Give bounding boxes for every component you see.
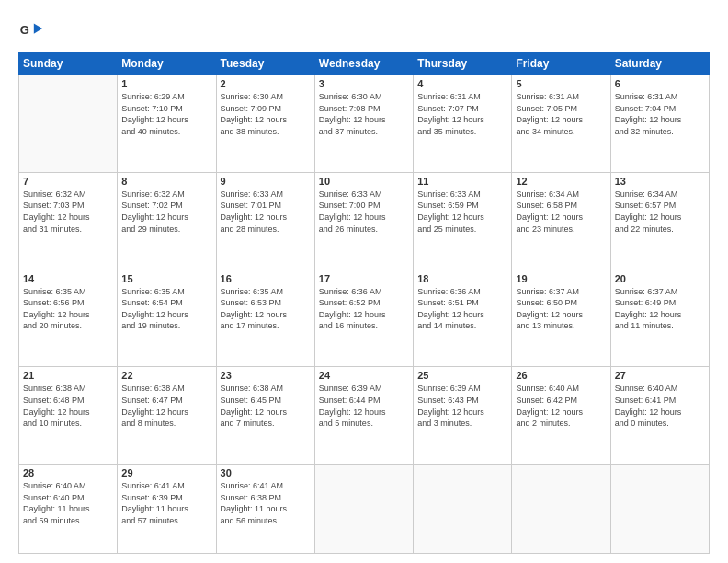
day-info: Sunrise: 6:34 AM Sunset: 6:58 PM Dayligh… xyxy=(516,189,606,235)
day-info: Sunrise: 6:40 AM Sunset: 6:42 PM Dayligh… xyxy=(516,383,606,429)
calendar-cell: 26Sunrise: 6:40 AM Sunset: 6:42 PM Dayli… xyxy=(512,367,610,465)
day-info: Sunrise: 6:31 AM Sunset: 7:05 PM Dayligh… xyxy=(516,91,606,137)
week-row-0: 1Sunrise: 6:29 AM Sunset: 7:10 PM Daylig… xyxy=(19,75,710,173)
weekday-header-wednesday: Wednesday xyxy=(314,52,413,75)
day-info: Sunrise: 6:31 AM Sunset: 7:04 PM Dayligh… xyxy=(615,91,705,137)
day-info: Sunrise: 6:38 AM Sunset: 6:47 PM Dayligh… xyxy=(121,383,211,429)
day-number: 20 xyxy=(615,273,705,284)
day-info: Sunrise: 6:30 AM Sunset: 7:09 PM Dayligh… xyxy=(221,91,311,137)
day-info: Sunrise: 6:38 AM Sunset: 6:45 PM Dayligh… xyxy=(221,383,311,429)
day-info: Sunrise: 6:39 AM Sunset: 6:43 PM Dayligh… xyxy=(417,383,507,429)
day-info: Sunrise: 6:41 AM Sunset: 6:38 PM Dayligh… xyxy=(221,480,311,526)
day-number: 2 xyxy=(221,78,311,89)
calendar-cell: 1Sunrise: 6:29 AM Sunset: 7:10 PM Daylig… xyxy=(118,75,216,173)
day-number: 24 xyxy=(319,370,409,381)
day-number: 11 xyxy=(417,176,507,187)
calendar-cell xyxy=(414,465,512,554)
svg-marker-1 xyxy=(34,23,42,33)
day-number: 4 xyxy=(417,78,507,89)
day-number: 7 xyxy=(23,176,113,187)
svg-text:G: G xyxy=(20,23,29,37)
day-info: Sunrise: 6:39 AM Sunset: 6:44 PM Dayligh… xyxy=(319,383,409,429)
day-number: 13 xyxy=(615,176,705,187)
calendar-cell: 21Sunrise: 6:38 AM Sunset: 6:48 PM Dayli… xyxy=(19,367,118,465)
day-info: Sunrise: 6:41 AM Sunset: 6:39 PM Dayligh… xyxy=(121,480,211,526)
calendar-cell xyxy=(19,75,118,173)
calendar-cell: 6Sunrise: 6:31 AM Sunset: 7:04 PM Daylig… xyxy=(610,75,709,173)
day-info: Sunrise: 6:33 AM Sunset: 7:00 PM Dayligh… xyxy=(319,189,409,235)
day-info: Sunrise: 6:35 AM Sunset: 6:54 PM Dayligh… xyxy=(121,286,211,332)
calendar-cell: 20Sunrise: 6:37 AM Sunset: 6:49 PM Dayli… xyxy=(610,270,709,367)
calendar-cell: 12Sunrise: 6:34 AM Sunset: 6:58 PM Dayli… xyxy=(512,172,610,270)
calendar-cell: 7Sunrise: 6:32 AM Sunset: 7:03 PM Daylig… xyxy=(19,172,118,270)
weekday-header-tuesday: Tuesday xyxy=(216,52,314,75)
calendar-cell xyxy=(610,465,709,554)
day-number: 5 xyxy=(516,78,606,89)
day-number: 15 xyxy=(121,273,211,284)
day-number: 18 xyxy=(417,273,507,284)
day-info: Sunrise: 6:36 AM Sunset: 6:51 PM Dayligh… xyxy=(417,286,507,332)
calendar-cell: 22Sunrise: 6:38 AM Sunset: 6:47 PM Dayli… xyxy=(118,367,216,465)
day-info: Sunrise: 6:36 AM Sunset: 6:52 PM Dayligh… xyxy=(319,286,409,332)
day-info: Sunrise: 6:32 AM Sunset: 7:03 PM Dayligh… xyxy=(23,189,113,235)
logo-icon: G xyxy=(18,17,44,42)
day-info: Sunrise: 6:40 AM Sunset: 6:40 PM Dayligh… xyxy=(23,480,113,526)
calendar-cell: 25Sunrise: 6:39 AM Sunset: 6:43 PM Dayli… xyxy=(414,367,512,465)
day-number: 21 xyxy=(23,370,113,381)
calendar-cell: 8Sunrise: 6:32 AM Sunset: 7:02 PM Daylig… xyxy=(118,172,216,270)
week-row-4: 28Sunrise: 6:40 AM Sunset: 6:40 PM Dayli… xyxy=(19,465,710,554)
day-info: Sunrise: 6:29 AM Sunset: 7:10 PM Dayligh… xyxy=(121,91,211,137)
day-number: 26 xyxy=(516,370,606,381)
day-info: Sunrise: 6:40 AM Sunset: 6:41 PM Dayligh… xyxy=(615,383,705,429)
weekday-header-monday: Monday xyxy=(118,52,216,75)
day-info: Sunrise: 6:35 AM Sunset: 6:56 PM Dayligh… xyxy=(23,286,113,332)
day-info: Sunrise: 6:33 AM Sunset: 6:59 PM Dayligh… xyxy=(417,189,507,235)
day-number: 14 xyxy=(23,273,113,284)
day-info: Sunrise: 6:35 AM Sunset: 6:53 PM Dayligh… xyxy=(221,286,311,332)
day-number: 29 xyxy=(121,467,211,478)
weekday-header-thursday: Thursday xyxy=(414,52,512,75)
day-number: 30 xyxy=(221,467,311,478)
calendar-cell: 28Sunrise: 6:40 AM Sunset: 6:40 PM Dayli… xyxy=(19,465,118,554)
logo: G xyxy=(18,17,48,42)
calendar-cell: 11Sunrise: 6:33 AM Sunset: 6:59 PM Dayli… xyxy=(414,172,512,270)
day-info: Sunrise: 6:30 AM Sunset: 7:08 PM Dayligh… xyxy=(319,91,409,137)
day-info: Sunrise: 6:38 AM Sunset: 6:48 PM Dayligh… xyxy=(23,383,113,429)
day-info: Sunrise: 6:37 AM Sunset: 6:49 PM Dayligh… xyxy=(615,286,705,332)
calendar-cell: 10Sunrise: 6:33 AM Sunset: 7:00 PM Dayli… xyxy=(314,172,413,270)
day-number: 22 xyxy=(121,370,211,381)
day-number: 6 xyxy=(615,78,705,89)
calendar-cell: 9Sunrise: 6:33 AM Sunset: 7:01 PM Daylig… xyxy=(216,172,314,270)
day-number: 1 xyxy=(121,78,211,89)
calendar-cell: 14Sunrise: 6:35 AM Sunset: 6:56 PM Dayli… xyxy=(19,270,118,367)
calendar-cell: 3Sunrise: 6:30 AM Sunset: 7:08 PM Daylig… xyxy=(314,75,413,173)
day-number: 19 xyxy=(516,273,606,284)
calendar-cell: 16Sunrise: 6:35 AM Sunset: 6:53 PM Dayli… xyxy=(216,270,314,367)
calendar-cell xyxy=(314,465,413,554)
calendar-cell: 23Sunrise: 6:38 AM Sunset: 6:45 PM Dayli… xyxy=(216,367,314,465)
week-row-1: 7Sunrise: 6:32 AM Sunset: 7:03 PM Daylig… xyxy=(19,172,710,270)
day-info: Sunrise: 6:37 AM Sunset: 6:50 PM Dayligh… xyxy=(516,286,606,332)
calendar-cell: 13Sunrise: 6:34 AM Sunset: 6:57 PM Dayli… xyxy=(610,172,709,270)
calendar-cell: 27Sunrise: 6:40 AM Sunset: 6:41 PM Dayli… xyxy=(610,367,709,465)
day-number: 27 xyxy=(615,370,705,381)
day-number: 25 xyxy=(417,370,507,381)
calendar-cell: 4Sunrise: 6:31 AM Sunset: 7:07 PM Daylig… xyxy=(414,75,512,173)
calendar-cell: 29Sunrise: 6:41 AM Sunset: 6:39 PM Dayli… xyxy=(118,465,216,554)
day-number: 3 xyxy=(319,78,409,89)
day-info: Sunrise: 6:31 AM Sunset: 7:07 PM Dayligh… xyxy=(417,91,507,137)
day-number: 28 xyxy=(23,467,113,478)
day-number: 16 xyxy=(221,273,311,284)
calendar-cell: 5Sunrise: 6:31 AM Sunset: 7:05 PM Daylig… xyxy=(512,75,610,173)
day-info: Sunrise: 6:32 AM Sunset: 7:02 PM Dayligh… xyxy=(121,189,211,235)
day-number: 23 xyxy=(221,370,311,381)
weekday-header-friday: Friday xyxy=(512,52,610,75)
calendar-cell: 30Sunrise: 6:41 AM Sunset: 6:38 PM Dayli… xyxy=(216,465,314,554)
calendar-cell: 2Sunrise: 6:30 AM Sunset: 7:09 PM Daylig… xyxy=(216,75,314,173)
calendar-cell: 18Sunrise: 6:36 AM Sunset: 6:51 PM Dayli… xyxy=(414,270,512,367)
day-number: 10 xyxy=(319,176,409,187)
weekday-header-sunday: Sunday xyxy=(19,52,118,75)
day-number: 9 xyxy=(221,176,311,187)
calendar-cell: 15Sunrise: 6:35 AM Sunset: 6:54 PM Dayli… xyxy=(118,270,216,367)
day-number: 8 xyxy=(121,176,211,187)
